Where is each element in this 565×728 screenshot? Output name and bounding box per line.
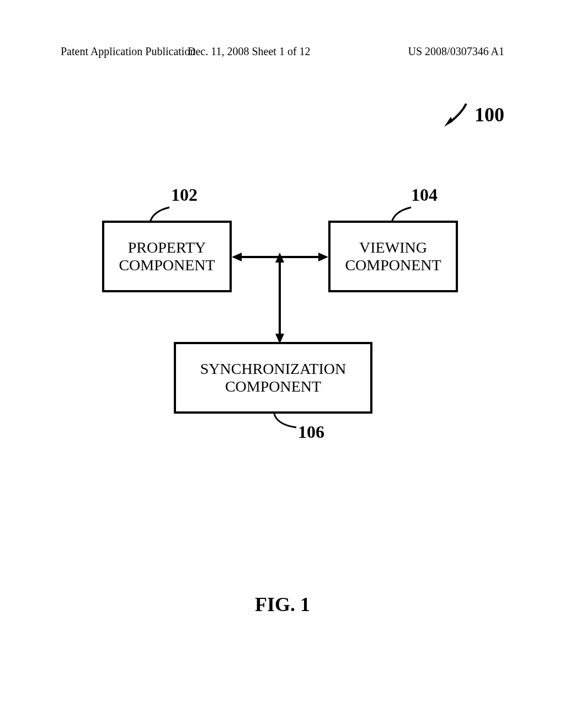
property-line1: PROPERTY (128, 239, 206, 256)
vertical-bidirectional-arrow (275, 253, 284, 344)
page-header: Patent Application Publication Dec. 11, … (0, 45, 565, 58)
ref-label-104: 104 (411, 185, 438, 205)
system-reference-100: 100 (440, 99, 504, 130)
callout-arc-106-icon (269, 411, 299, 430)
property-line2: COMPONENT (119, 256, 215, 274)
sync-line2: COMPONENT (225, 378, 321, 395)
ref-label-102: 102 (171, 185, 198, 205)
viewing-line1: VIEWING (359, 239, 427, 256)
date-sheet: Dec. 11, 2008 Sheet 1 of 12 (188, 45, 311, 58)
patent-number: US 2008/0307346 A1 (408, 45, 504, 58)
svg-marker-0 (444, 117, 453, 127)
ref-label-106: 106 (298, 422, 324, 442)
callout-arrow-icon (440, 99, 470, 130)
arrowhead-right-icon (318, 253, 328, 261)
vertical-arrow-line (279, 260, 281, 336)
property-component-box: PROPERTY COMPONENT (102, 221, 232, 292)
synchronization-component-box: SYNCHRONIZATION COMPONENT (174, 342, 372, 414)
publication-type: Patent Application Publication (61, 45, 195, 58)
sync-line1: SYNCHRONIZATION (200, 360, 346, 378)
ref-label-100: 100 (475, 103, 504, 126)
arrowhead-down-icon (275, 334, 284, 344)
diagram-container: 100 102 104 106 PROPERTY COMPONENT VIEWI… (0, 99, 565, 540)
viewing-line2: COMPONENT (345, 256, 441, 274)
viewing-component-box: VIEWING COMPONENT (328, 221, 458, 292)
figure-label: FIG. 1 (0, 593, 565, 616)
